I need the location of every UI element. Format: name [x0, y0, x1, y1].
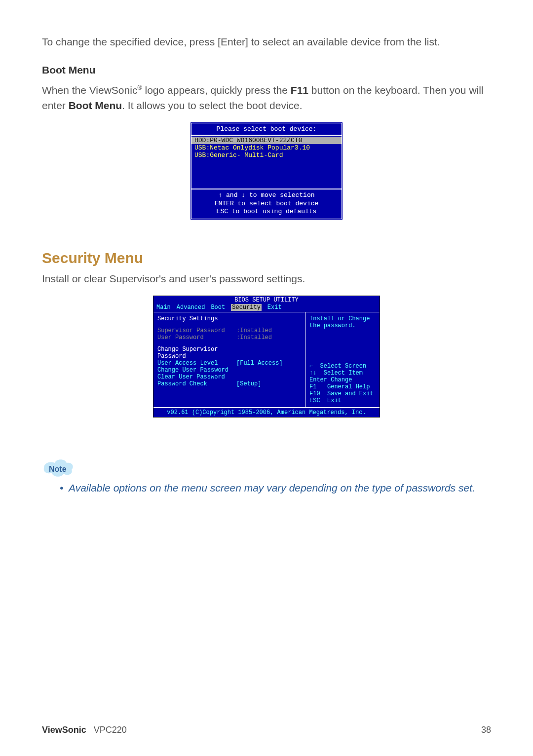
footer-model: VPC220 — [94, 725, 127, 735]
bios-key-desc: Save and Exit — [327, 390, 374, 397]
bios-left-panel: Security Settings Supervisor Password:In… — [153, 312, 305, 407]
footer-left: ViewSonic VPC220 — [42, 725, 127, 735]
bios-key-desc: Exit — [327, 397, 342, 404]
bios-option-label: User Access Level — [157, 360, 236, 367]
boot-device-dialog: Please select boot device: HDD:P0-WDC WD… — [42, 122, 491, 220]
registered-mark: ® — [137, 84, 142, 91]
boot-device-item[interactable]: USB:Generic- Multi-Card — [191, 151, 342, 159]
bios-window: BIOS SETUP UTILITY Main Advanced Boot Se… — [153, 296, 380, 417]
boot-device-item[interactable]: HDD:P0-WDC WD1600BEVT-22ZCT0 — [191, 137, 342, 144]
bios-option-row[interactable]: Clear User Password — [157, 374, 301, 380]
bios-tab-bar[interactable]: Main Advanced Boot Security Exit — [153, 304, 380, 312]
bios-setup-screenshot: BIOS SETUP UTILITY Main Advanced Boot Se… — [42, 296, 491, 417]
boot-menu-heading: Boot Menu — [42, 64, 491, 76]
bios-status-value: :Installed — [236, 327, 272, 334]
page-footer: ViewSonic VPC220 38 — [42, 725, 491, 735]
bios-option-row[interactable]: Change Supervisor Password — [157, 346, 301, 360]
bios-status-label: Supervisor Password — [157, 327, 236, 334]
bios-option-label: Password Check — [157, 380, 236, 387]
note-label: Note — [49, 465, 67, 474]
bios-tab-advanced[interactable]: Advanced — [177, 304, 205, 311]
bios-status-row: Supervisor Password:Installed — [157, 327, 301, 334]
bios-tab-exit[interactable]: Exit — [267, 304, 282, 311]
bios-body: Security Settings Supervisor Password:In… — [153, 312, 380, 408]
bios-key-legend: ← Select Screen ↑↓ Select Item Enter Cha… — [309, 363, 376, 404]
bios-option-value: [Full Access] — [236, 360, 283, 367]
footer-page-number: 38 — [481, 725, 491, 735]
bios-key-desc: Select Item — [324, 370, 363, 377]
bios-right-panel: Install or Change the password. ← Select… — [305, 312, 380, 407]
bios-option-row[interactable]: Password Check[Setup] — [157, 380, 301, 387]
bios-option-label: Clear User Password — [157, 374, 236, 380]
bios-key: ↑↓ — [309, 370, 316, 377]
bios-tab-main[interactable]: Main — [156, 304, 171, 311]
bios-key-row: F1 General Help — [309, 383, 376, 390]
bios-status-row: User Password:Installed — [157, 334, 301, 341]
bios-key: F10 — [309, 390, 320, 397]
bios-option-value: [Setup] — [236, 380, 261, 387]
bios-option-row[interactable]: Change User Password — [157, 367, 301, 374]
page: To change the specified device, press [E… — [0, 0, 533, 756]
bios-key-row: ← Select Screen — [309, 363, 376, 370]
bios-status-value: :Installed — [236, 334, 272, 341]
bios-key-desc: General Help — [327, 383, 370, 390]
text: logo appears, quickly press the — [142, 84, 291, 96]
bios-key: ESC — [309, 397, 320, 404]
bios-key-row: F10 Save and Exit — [309, 390, 376, 397]
text: . It allows you to select the boot devic… — [122, 100, 302, 111]
boot-dialog-help: ↑ and ↓ to move selection ENTER to selec… — [191, 189, 342, 219]
bios-footer: v02.61 (C)Copyright 1985-2006, American … — [153, 408, 380, 417]
bios-key: F1 — [309, 383, 316, 390]
bullet-dot: • — [60, 481, 69, 495]
bios-key-row: ↑↓ Select Item — [309, 370, 376, 377]
bios-tab-boot[interactable]: Boot — [211, 304, 225, 311]
note-block: Note • Available options on the menu scr… — [42, 457, 491, 495]
boot-menu-term: Boot Menu — [69, 100, 122, 111]
f11-key: F11 — [291, 84, 308, 96]
boot-dialog-title: Please select boot device: — [191, 123, 342, 136]
bios-option-label: Change Supervisor Password — [157, 346, 236, 360]
footer-brand: ViewSonic — [42, 725, 86, 735]
note-list: • Available options on the menu screen m… — [60, 481, 491, 495]
intro-paragraph: To change the specified device, press [E… — [42, 35, 491, 49]
note-icon: Note — [42, 457, 76, 479]
bios-tab-security[interactable]: Security — [231, 304, 262, 311]
note-bullet: • Available options on the menu screen m… — [60, 481, 491, 495]
note-text: Available options on the menu screen may… — [69, 481, 475, 495]
bios-key-desc: Select Screen — [320, 363, 367, 370]
boot-device-box: Please select boot device: HDD:P0-WDC WD… — [190, 122, 343, 220]
bios-key-desc: Change — [331, 377, 352, 383]
bios-option-label: Change User Password — [157, 367, 236, 374]
bios-key-row: ESC Exit — [309, 397, 376, 404]
boot-menu-paragraph: When the ViewSonic® logo appears, quickl… — [42, 83, 491, 113]
security-menu-paragraph: Install or clear Supervisor's and user's… — [42, 271, 491, 286]
text: When the ViewSonic — [42, 84, 137, 96]
security-menu-heading: Security Menu — [42, 250, 491, 266]
bios-option-row[interactable]: User Access Level[Full Access] — [157, 360, 301, 367]
bios-key-row: Enter Change — [309, 377, 376, 383]
bios-key: ← — [309, 363, 313, 370]
boot-device-list[interactable]: HDD:P0-WDC WD1600BEVT-22ZCT0 USB:Netac O… — [191, 136, 342, 189]
bios-title: BIOS SETUP UTILITY — [153, 296, 380, 304]
bios-help-text: Install or Change the password. — [309, 315, 376, 329]
bios-section-title: Security Settings — [157, 315, 301, 322]
boot-device-item[interactable]: USB:Netac Onlydisk Popular3.10 — [191, 144, 342, 151]
bios-status-label: User Password — [157, 334, 236, 341]
bios-key: Enter — [309, 377, 327, 383]
